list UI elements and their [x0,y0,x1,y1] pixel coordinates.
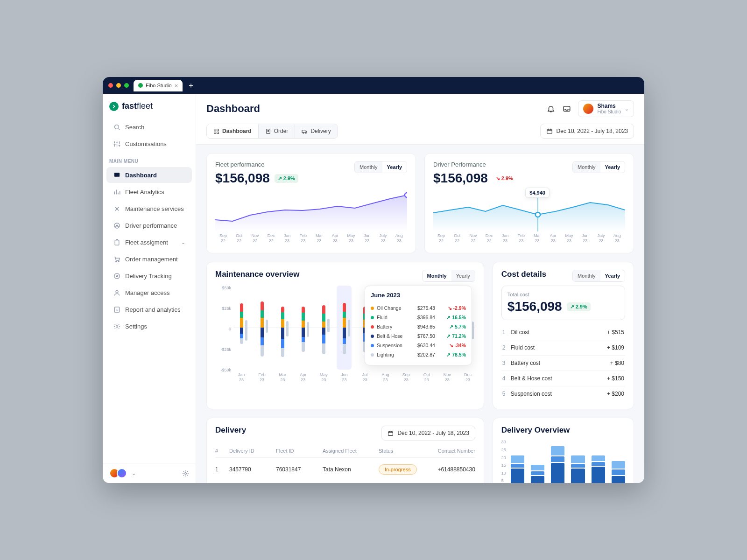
new-tab-button[interactable]: ＋ [187,81,195,91]
chevron-down-icon: ⌄ [625,106,629,112]
tab-order[interactable]: Order [259,124,296,138]
tab-delivery[interactable]: Delivery [295,124,337,138]
delta-badge: ↗ 2.9% [275,174,298,183]
delivery-card: Delivery Dec 10, 2022 - July 18, 2023 # … [206,418,484,483]
delivery-overview-chart: 302520151050 [501,440,625,483]
sidebar-item-reports[interactable]: Report and analytics [106,301,192,317]
date-range-picker[interactable]: Dec 10, 2022 - July 18, 2023 [381,426,475,441]
svg-point-22 [405,193,407,197]
sidebar-item-settings[interactable]: Settings [106,318,192,334]
sidebar: fastfleet Search Customisations MAIN MEN… [103,94,196,483]
user-icon [113,289,120,296]
delta-badge: ↗ 2.9% [567,302,591,311]
minimize-window[interactable] [116,83,121,88]
inbox-icon[interactable] [562,104,571,113]
cost-row: 2Fluid cost+ $109 [501,340,625,356]
maximize-window[interactable] [124,83,129,88]
toggle-yearly[interactable]: Yearly [382,161,407,173]
toggle-monthly[interactable]: Monthly [423,270,451,281]
chevron-down-icon[interactable]: ⌄ [132,470,136,476]
svg-point-8 [116,290,118,293]
tab-title: Fibo Studio [146,83,172,88]
logo-mark-icon [109,102,119,111]
table-row[interactable]: 23773732055700223Hyundai i10Active+61480… [215,481,475,483]
maintenance-tooltip: June 2023 Oil Change$275.43↘ -2.9%Fluid$… [365,286,472,365]
line-chart: Sep22Oct22Nov22Dec22Jan23Feb23Mar23Apr23… [215,189,407,245]
tab-favicon [138,83,143,88]
svg-rect-25 [388,431,393,435]
analytics-icon [113,188,120,196]
delta-badge: ↘ 2.9% [493,174,516,183]
clipboard-icon [113,238,120,246]
delivery-overview-card: Delivery Overview 302520151050 [493,418,634,483]
date-range-picker[interactable]: Dec 10, 2022 - July 18, 2023 [540,124,634,139]
svg-point-0 [114,125,119,129]
svg-point-10 [116,325,118,327]
target-icon [113,272,120,280]
search-input[interactable]: Search [106,119,192,135]
section-title: Delivery Overview [501,426,625,435]
metric-value: $156,098 ↗ 2.9% [215,171,298,186]
sidebar-item-dashboard[interactable]: Dashboard [106,167,192,183]
period-toggle: Monthly Yearly [354,161,407,173]
sidebar-item-driver[interactable]: Driver performance [106,217,192,233]
cost-row: 1Oil cost+ $515 [501,325,625,340]
svg-point-3 [116,225,118,226]
calendar-icon [388,430,394,436]
table-row[interactable]: 1345779076031847Tata NexonIn-progress+61… [215,458,475,481]
user-menu[interactable]: Shams Fibo Studio ⌄ [578,100,634,117]
sidebar-item-analytics[interactable]: Fleet Analytics [106,184,192,200]
sliders-icon [113,140,120,147]
window-controls [108,83,129,88]
period-toggle: Monthly Yearly [572,161,625,173]
svg-point-24 [536,212,540,217]
sidebar-item-assignment[interactable]: Fleet assigment ⌄ [106,234,192,250]
svg-rect-14 [217,129,219,131]
bell-icon[interactable] [546,104,556,113]
view-tabs: Dashboard Order Delivery [206,124,338,139]
period-toggle: Monthly Yearly [572,270,625,282]
section-title: Delivery [215,426,246,435]
section-title: Cost details [501,270,546,279]
sidebar-item-tracking[interactable]: Delivery Tracking [106,268,192,284]
driver-performance-card: Driver Performance $156,098 ↘ 2.9% Month… [424,153,634,253]
tooltip-title: June 2023 [371,292,466,299]
sidebar-customisations[interactable]: Customisations [106,136,192,152]
toggle-monthly[interactable]: Monthly [573,161,600,173]
total-cost-box: Total cost $156,098 ↗ 2.9% [501,286,625,320]
toggle-monthly[interactable]: Monthly [573,270,600,281]
toggle-yearly[interactable]: Yearly [600,161,625,173]
sidebar-item-manager[interactable]: Manager access [106,285,192,301]
svg-rect-13 [214,129,216,131]
sidebar-item-maintenance[interactable]: Maintenance services [106,201,192,217]
tab-close-icon[interactable]: × [175,82,178,89]
maintenance-overview-card: Maintenance overview Monthly Yearly $50k… [206,262,484,409]
sidebar-item-orders[interactable]: Order management [106,251,192,267]
main-content: Dashboard Shams Fibo Studio ⌄ [196,94,644,483]
calendar-icon [546,128,553,134]
svg-rect-1 [114,172,119,176]
close-window[interactable] [108,83,113,88]
tab-dashboard[interactable]: Dashboard [207,124,259,138]
svg-rect-15 [214,132,216,133]
gear-icon[interactable] [182,470,189,477]
steering-icon [113,222,120,229]
cost-row: 4Belt & Hose cost+ $150 [501,371,625,386]
toggle-monthly[interactable]: Monthly [355,161,382,173]
card-title: Driver Performance [433,161,516,168]
toggle-yearly[interactable]: Yearly [600,270,625,281]
browser-tab[interactable]: Fibo Studio × [134,80,183,91]
svg-rect-21 [547,129,552,133]
cost-details-card: Cost details Monthly Yearly Total cost $… [493,262,634,409]
report-icon [113,306,120,313]
svg-point-11 [185,472,187,474]
fleet-performance-card: Fleet performance $156,098 ↗ 2.9% Monthl… [206,153,416,253]
line-chart: $4,940 Sep22Oct22Nov22Dec22Jan23Feb23Mar… [433,189,625,245]
chart-tooltip: $4,940 [525,188,550,198]
toggle-yearly[interactable]: Yearly [451,270,475,281]
avatar-stack[interactable] [109,468,127,478]
logo[interactable]: fastfleet [103,94,196,119]
chevron-down-icon: ⌄ [181,239,185,245]
stacked-bar-chart: $50k$25k0-$25k-$50k Jan23Feb23Mar23Apr23… [215,286,475,383]
cost-row: 5Suspension cost+ $200 [501,386,625,401]
